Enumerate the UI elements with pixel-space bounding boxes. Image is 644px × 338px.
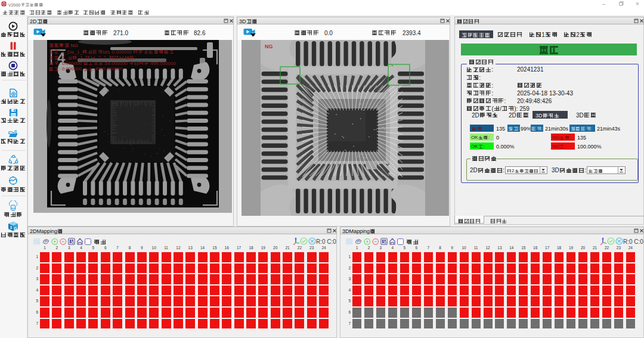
svg-text:3: 3 [10,225,12,230]
